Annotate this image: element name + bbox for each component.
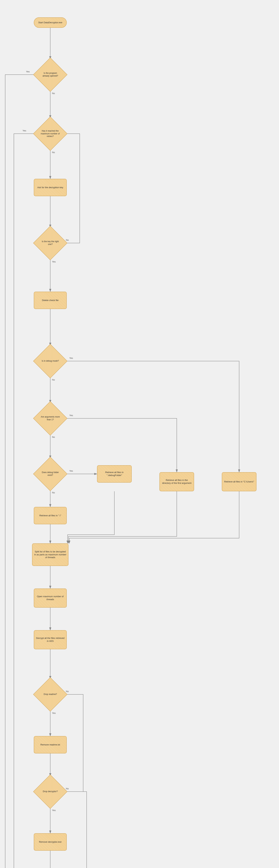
edge-label: Yes	[69, 470, 73, 472]
process-retrieve-debugfolder: Retrieve all files in ".\debugFolder"	[97, 465, 132, 483]
edge-label: No	[52, 92, 55, 95]
node-label: Decrypt all the files retrieved in AES	[36, 637, 65, 643]
node-label: Open maximum number of threads	[36, 595, 65, 601]
edge-label: Yes	[23, 129, 26, 132]
node-label: Is the key the right one?	[40, 240, 61, 246]
decision-right-key: Is the key the right one?	[33, 226, 67, 260]
node-label: Drop readme?	[40, 693, 61, 696]
edge-label: No	[52, 378, 55, 381]
edge-label: No	[66, 239, 69, 241]
process-retrieve-dot: Retrieve all files in ".\"	[34, 507, 67, 524]
process-open-threads: Open maximum number of threads	[34, 589, 67, 608]
node-label: Does debug folder exist?	[40, 471, 61, 476]
node-label: Retrieve all files in ".\"	[39, 514, 61, 517]
node-label: Split list of files to be decrypted in a…	[34, 550, 67, 559]
node-label: Retrieve all files in the directory of t…	[161, 479, 193, 485]
node-label: Is the program already opened?	[40, 72, 61, 77]
process-remove-readme: Remove readme.txt	[34, 736, 67, 753]
process-retrieve-arg: Retrieve all files in the directory of t…	[160, 472, 194, 491]
node-label: Delete check file	[42, 299, 59, 302]
start-node: Start DataDecryptor.exe	[34, 18, 67, 28]
node-label: Retrieve all files in "C:\Users\"	[224, 480, 254, 483]
decision-debug-folder: Does debug folder exist?	[33, 457, 67, 491]
decision-drop-readme: Drop readme?	[33, 677, 67, 712]
process-delete-check: Delete check file	[34, 292, 67, 309]
edge-label: No	[52, 491, 55, 494]
edge-label: No	[52, 151, 55, 154]
node-label: Drop decryptor?	[40, 790, 61, 793]
node-label: Remove decryptor.exe	[39, 841, 62, 843]
node-label: Start DataDecryptor.exe	[38, 21, 62, 24]
decision-debug-mode: Is in debug mode?	[33, 344, 67, 378]
edge-label: Yes	[52, 712, 56, 714]
process-decrypt-aes: Decrypt all the files retrieved in AES	[34, 630, 67, 649]
edge-label: Yes	[52, 260, 56, 263]
node-label: Remove readme.txt	[40, 743, 60, 746]
process-retrieve-users: Retrieve all files in "C:\Users\"	[222, 472, 256, 491]
decision-max-retries: Has it reached the maximum number of ret…	[33, 117, 67, 151]
edge-label: No	[66, 690, 69, 693]
node-label: Has it reached the maximum number of ret…	[40, 130, 61, 138]
edge-label: Yes	[69, 414, 73, 416]
process-ask-key: Ask for the decryption key	[34, 179, 67, 196]
node-label: Is in debug mode?	[40, 360, 61, 363]
node-label: Ask for the decryption key	[37, 186, 63, 189]
node-label: Retrieve all files in ".\debugFolder"	[99, 471, 130, 477]
edge-label: Yes	[52, 809, 56, 812]
edge-label: Yes	[69, 357, 73, 359]
edge-label: Yes	[26, 70, 30, 73]
node-label: Are arguments more than 1?	[40, 415, 61, 421]
flowchart-canvas: Start DataDecryptor.exe Is the program a…	[0, 0, 279, 868]
edge-label: No	[52, 436, 55, 438]
decision-args-gt1: Are arguments more than 1?	[33, 401, 67, 436]
process-remove-decryptor: Remove decryptor.exe	[34, 833, 67, 850]
edge-label: No	[66, 787, 69, 790]
decision-already-opened: Is the program already opened?	[33, 58, 67, 92]
decision-drop-decryptor: Drop decryptor?	[33, 774, 67, 809]
process-split-files: Split list of files to be decrypted in a…	[32, 544, 68, 566]
